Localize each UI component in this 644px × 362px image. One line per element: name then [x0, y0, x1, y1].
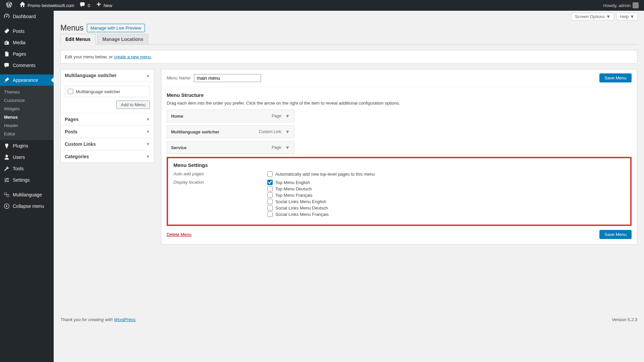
submenu-editor[interactable]: Editor [0, 130, 54, 138]
howdy-text: Howdy, admin [603, 3, 631, 8]
page-title: Menus [60, 20, 84, 34]
comment-icon [79, 2, 86, 9]
create-new-menu-link[interactable]: create a new menu [114, 54, 151, 59]
page-icon [3, 51, 10, 57]
sidebar-item-users[interactable]: Users [0, 152, 54, 163]
save-menu-top-button[interactable]: Save Menu [599, 73, 632, 82]
wordpress-icon [6, 2, 12, 9]
delete-menu-link[interactable]: Delete Menu [167, 232, 192, 237]
sidebar-item-dashboard[interactable]: Dashboard [0, 11, 54, 22]
sidebar-item-comments[interactable]: Comments [0, 60, 54, 71]
site-name-link[interactable]: Promo bestwebsoft.com [17, 0, 77, 11]
sidebar-item-tools[interactable]: Tools [0, 163, 54, 174]
chevron-down-icon: ▼ [146, 142, 150, 146]
wp-logo[interactable] [3, 0, 17, 11]
menu-settings-box: Menu Settings Auto add pages Automatical… [167, 157, 632, 226]
wordpress-link[interactable]: WordPress [114, 317, 136, 322]
accordion-custom-links[interactable]: Custom Links▼ [61, 138, 154, 150]
footer: Thank you for creating with WordPress. V… [54, 312, 644, 327]
chevron-down-icon: ▼ [146, 117, 150, 122]
wrench-icon [3, 165, 10, 172]
location-checkbox[interactable]: Social Links Menu Deutsch [267, 205, 625, 210]
location-checkbox[interactable]: Social Links Menu English [267, 199, 625, 204]
plus-icon [96, 2, 102, 9]
edit-notice: Edit your menu below, or create a new me… [60, 50, 637, 64]
chevron-down-icon[interactable]: ▼ [285, 145, 290, 150]
accordion-pages[interactable]: Pages▼ [61, 113, 154, 125]
translate-icon [3, 191, 10, 198]
menu-item[interactable]: Home Page ▼ [167, 110, 294, 122]
main-content: Screen Options ▼ Help ▼ Menus Manage wit… [54, 11, 644, 327]
submenu-widgets[interactable]: Widgets [0, 105, 54, 113]
brush-icon [3, 77, 10, 83]
sidebar-item-settings[interactable]: Settings [0, 174, 54, 186]
accordion-column: Multilanguage switcher ▲ Multilanguage s… [60, 69, 154, 163]
menu-header: Menu Name Save Menu [161, 69, 637, 87]
submenu-header[interactable]: Header [0, 121, 54, 130]
manage-live-preview-button[interactable]: Manage with Live Preview [87, 24, 145, 32]
sidebar-item-posts[interactable]: Posts [0, 25, 54, 37]
sidebar-collapse[interactable]: Collapse menu [0, 200, 54, 212]
avatar [633, 2, 639, 8]
admin-bar: Promo bestwebsoft.com 0 New Howdy, admin [0, 0, 644, 11]
help-button[interactable]: Help ▼ [616, 13, 638, 20]
home-icon [19, 2, 25, 9]
submenu-themes[interactable]: Themes [0, 88, 54, 96]
accordion-multilanguage-switcher[interactable]: Multilanguage switcher ▲ [61, 69, 154, 82]
chevron-down-icon[interactable]: ▼ [285, 113, 290, 119]
appearance-submenu: Themes Customize Widgets Menus Header Ed… [0, 86, 54, 140]
sliders-icon [3, 177, 10, 183]
accordion-categories[interactable]: Categories▼ [61, 150, 154, 163]
multilanguage-switcher-checkbox[interactable]: Multilanguage switcher [65, 86, 150, 97]
comment-count: 0 [88, 3, 90, 8]
menu-name-input[interactable] [194, 74, 261, 82]
submenu-menus[interactable]: Menus [0, 113, 54, 121]
collapse-icon [3, 203, 10, 209]
sidebar-item-plugins[interactable]: Plugins [0, 140, 54, 152]
version-text: Version 5.2.3 [612, 317, 637, 322]
menu-settings-heading: Menu Settings [173, 162, 625, 168]
display-location-label: Display location [173, 180, 267, 218]
menu-item[interactable]: Service Page ▼ [167, 141, 294, 154]
chevron-down-icon: ▼ [146, 154, 150, 159]
accordion-posts[interactable]: Posts▼ [61, 125, 154, 138]
sidebar-item-appearance[interactable]: Appearance [0, 74, 54, 86]
location-checkbox[interactable]: Top Menu Deutsch [267, 186, 625, 191]
tab-edit-menus[interactable]: Edit Menus [60, 34, 96, 45]
comment-icon [3, 62, 10, 69]
chevron-up-icon: ▲ [146, 73, 150, 78]
auto-add-checkbox[interactable]: Automatically add new top-level pages to… [267, 171, 625, 177]
comments-link[interactable]: 0 [77, 0, 93, 11]
location-checkbox[interactable]: Social Links Menu Français [267, 212, 625, 217]
media-icon [3, 39, 10, 46]
new-label: New [104, 3, 112, 8]
site-name-text: Promo bestwebsoft.com [28, 3, 74, 8]
location-checkbox[interactable]: Top Menu English [267, 180, 625, 185]
sidebar-item-multilanguage[interactable]: Multilanguage [0, 189, 54, 200]
admin-sidebar: Dashboard Posts Media Pages Comments App… [0, 11, 54, 327]
chevron-down-icon: ▼ [146, 129, 150, 134]
menu-structure-description: Drag each item into the order you prefer… [167, 101, 632, 106]
menu-structure-heading: Menu Structure [167, 92, 632, 98]
plugin-icon [3, 142, 10, 149]
menu-item[interactable]: Multilanguage switcher Custom Link ▼ [167, 125, 294, 138]
auto-add-label: Auto add pages [173, 171, 267, 178]
nav-tabs: Edit Menus Manage Locations [60, 34, 637, 45]
pin-icon [3, 28, 10, 35]
save-menu-bottom-button[interactable]: Save Menu [599, 230, 632, 239]
sidebar-item-media[interactable]: Media [0, 37, 54, 48]
location-checkbox[interactable]: Top Menu Français [267, 192, 625, 198]
user-menu[interactable]: Howdy, admin [603, 2, 641, 8]
submenu-customize[interactable]: Customize [0, 96, 54, 105]
menu-edit-column: Menu Name Save Menu Menu Structure Drag … [161, 69, 637, 245]
chevron-down-icon[interactable]: ▼ [285, 129, 290, 134]
add-to-menu-button[interactable]: Add to Menu [116, 101, 150, 109]
user-icon [3, 154, 10, 161]
sidebar-item-pages[interactable]: Pages [0, 48, 54, 60]
screen-options-button[interactable]: Screen Options ▼ [571, 13, 614, 20]
menu-name-label: Menu Name [167, 75, 191, 80]
tab-manage-locations[interactable]: Manage Locations [97, 34, 148, 44]
dashboard-icon [3, 13, 10, 20]
new-content-link[interactable]: New [93, 0, 115, 11]
